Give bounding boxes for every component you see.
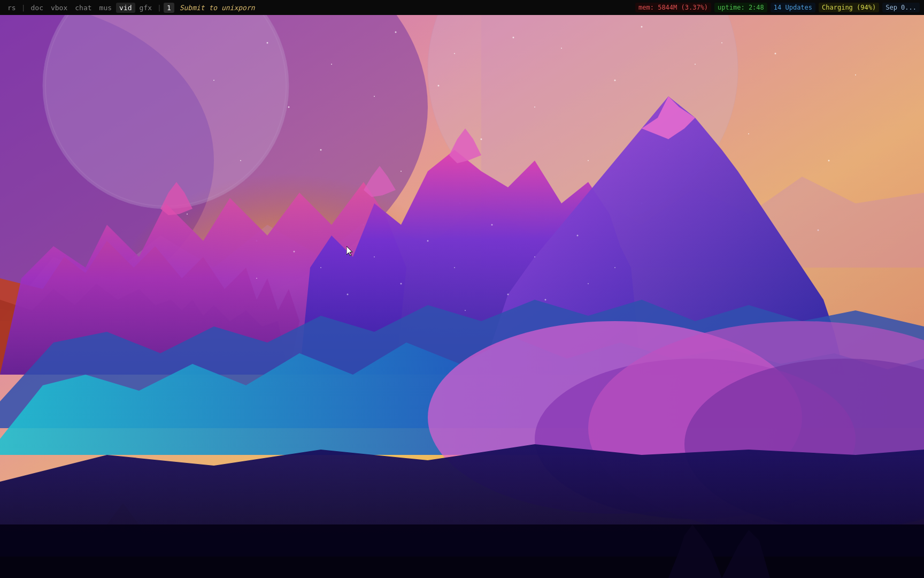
- svg-point-70: [507, 294, 509, 295]
- svg-point-64: [427, 240, 429, 242]
- svg-point-79: [256, 278, 257, 279]
- svg-point-10: [395, 32, 397, 33]
- window-title: Submit to unixporn: [175, 3, 259, 13]
- svg-point-12: [513, 37, 514, 39]
- svg-point-25: [240, 160, 241, 161]
- svg-point-27: [401, 171, 402, 172]
- svg-point-24: [855, 74, 856, 75]
- svg-point-69: [614, 267, 615, 268]
- workspace-doc[interactable]: doc: [27, 3, 46, 13]
- svg-point-28: [481, 139, 482, 140]
- window-number: 1: [164, 3, 174, 13]
- svg-point-22: [695, 64, 696, 65]
- topbar: rs | doc vbox chat mus vid gfx | 1 Submi…: [0, 0, 924, 15]
- svg-point-67: [534, 256, 535, 257]
- workspace-rs[interactable]: rs: [4, 3, 19, 13]
- svg-point-74: [401, 283, 402, 285]
- status-updates[interactable]: 14 Updates: [771, 3, 815, 12]
- svg-point-73: [588, 283, 589, 284]
- svg-point-14: [641, 26, 643, 28]
- topbar-left: rs | doc vbox chat mus vid gfx | 1 Submi…: [4, 3, 259, 13]
- workspace-gfx[interactable]: gfx: [136, 3, 155, 13]
- svg-point-29: [588, 160, 589, 161]
- workspace-chat[interactable]: chat: [72, 3, 95, 13]
- svg-point-72: [545, 299, 546, 301]
- svg-point-76: [347, 294, 349, 295]
- svg-point-26: [320, 149, 322, 151]
- svg-point-32: [828, 160, 830, 162]
- svg-point-16: [213, 80, 214, 81]
- status-battery: Charging (94%): [819, 3, 879, 12]
- svg-point-66: [491, 224, 493, 226]
- svg-point-18: [374, 96, 375, 97]
- svg-point-19: [438, 85, 440, 87]
- workspace-vid[interactable]: vid: [116, 3, 135, 13]
- svg-point-20: [534, 107, 535, 108]
- svg-point-68: [577, 235, 579, 237]
- svg-point-71: [465, 310, 466, 311]
- svg-point-21: [614, 80, 616, 81]
- svg-point-75: [374, 256, 375, 257]
- svg-rect-61: [0, 557, 924, 578]
- svg-point-33: [187, 214, 188, 215]
- svg-point-31: [748, 133, 749, 134]
- svg-point-17: [288, 107, 290, 108]
- status-date: Sep 0...: [882, 3, 920, 12]
- topbar-right: mem: 5844M (3.37%) uptime: 2:48 14 Updat…: [635, 3, 920, 12]
- svg-point-9: [331, 64, 332, 65]
- svg-point-77: [320, 267, 321, 268]
- workspace-vbox[interactable]: vbox: [48, 3, 71, 13]
- status-uptime: uptime: 2:48: [714, 3, 767, 12]
- status-memory: mem: 5844M (3.37%): [635, 3, 711, 12]
- svg-point-65: [454, 267, 455, 268]
- svg-point-78: [294, 251, 295, 253]
- svg-point-13: [561, 48, 562, 49]
- svg-point-23: [775, 53, 776, 55]
- svg-point-8: [267, 42, 268, 44]
- svg-point-15: [721, 42, 722, 43]
- svg-point-11: [454, 53, 455, 54]
- workspace-mus[interactable]: mus: [96, 3, 115, 13]
